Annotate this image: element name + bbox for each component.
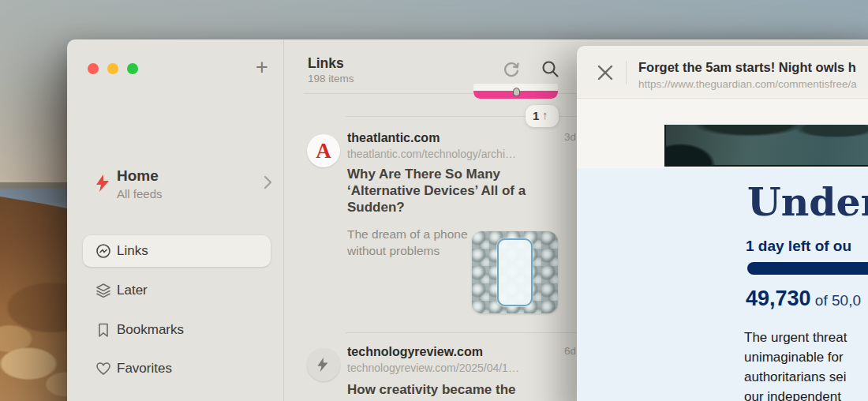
toolbar-divider xyxy=(626,61,627,84)
banner-body-text: The urgent threat unimaginable for autho… xyxy=(744,328,847,401)
item-title: How creativity became the xyxy=(347,381,567,398)
reader-article-url[interactable]: https://www.theguardian.com/commentisfre… xyxy=(638,78,868,90)
banner-deadline: 1 day left of ou xyxy=(746,238,851,255)
guardian-support-banner: Under p 1 day left of ou 49,730 of 50,0 … xyxy=(577,168,868,401)
lightning-bolt-icon xyxy=(94,174,111,196)
article-hero-image xyxy=(664,125,868,167)
reader-toolbar: Forget the 5am starts! Night owls h http… xyxy=(577,46,868,99)
body-line: unimaginable for xyxy=(744,347,847,367)
close-icon[interactable] xyxy=(596,63,615,82)
web-page-view[interactable]: Under p 1 day left of ou 49,730 of 50,0 … xyxy=(577,99,868,401)
article-list-pane: Links 198 items 1 ↑ A theatlantic.com 3d… xyxy=(284,39,578,401)
window-minimize-button[interactable] xyxy=(107,63,118,74)
unread-count: 1 xyxy=(533,109,539,122)
links-circle-wave-icon xyxy=(95,243,111,259)
amount-raised: 49,730 xyxy=(746,287,811,310)
item-summary: The dream of a phone without problems xyxy=(347,226,475,259)
item-thumbnail-bubblewrap xyxy=(472,231,558,313)
item-url: theatlantic.com/technology/archi… xyxy=(347,148,554,160)
scrolled-item-thumbnail[interactable] xyxy=(473,84,558,99)
feed-avatar-techreview xyxy=(307,348,340,381)
arrow-up-icon: ↑ xyxy=(542,108,548,122)
item-age: 6d xyxy=(564,345,576,357)
sidebar-item-links[interactable]: Links xyxy=(83,235,271,267)
phone-outline xyxy=(497,238,533,306)
lightning-bolt-icon xyxy=(316,356,330,373)
body-line: authoritarians sei xyxy=(744,367,847,387)
sidebar-item-label: Bookmarks xyxy=(117,322,184,338)
reader-article-title: Forget the 5am starts! Night owls h xyxy=(638,60,868,75)
sidebar-item-home[interactable]: Home All feeds xyxy=(83,166,271,207)
rss-reader-window: + Home All feeds Saved Links xyxy=(67,39,868,401)
item-title: Why Are There So Many ‘Alternative Devic… xyxy=(347,166,567,215)
reader-overlay: Forget the 5am starts! Night owls h http… xyxy=(577,46,868,401)
sidebar-item-later[interactable]: Later xyxy=(83,275,271,306)
sidebar-item-label: Later xyxy=(117,283,148,298)
search-icon[interactable] xyxy=(541,60,559,78)
home-subtitle: All feeds xyxy=(117,187,163,200)
list-item-count: 198 items xyxy=(308,73,354,84)
fundraising-amount: 49,730 of 50,0 xyxy=(746,287,861,311)
add-feed-button[interactable]: + xyxy=(251,56,273,78)
window-zoom-button[interactable] xyxy=(127,63,138,74)
bookmark-icon xyxy=(95,322,111,338)
window-close-button[interactable] xyxy=(88,63,99,74)
refresh-icon[interactable] xyxy=(502,60,521,79)
home-title: Home xyxy=(117,167,159,185)
list-title: Links xyxy=(308,55,344,72)
amount-goal: of 50,0 xyxy=(811,292,861,309)
feed-name: theatlantic.com xyxy=(347,131,440,145)
atlantic-a-glyph: A xyxy=(307,134,340,167)
body-line: The urgent threat xyxy=(744,328,847,347)
chevron-right-icon xyxy=(263,175,272,189)
feed-name: technologyreview.com xyxy=(347,345,483,359)
item-age: 3d xyxy=(564,131,576,143)
sidebar-item-bookmarks[interactable]: Bookmarks xyxy=(83,314,271,346)
unread-scroll-pill[interactable]: 1 ↑ xyxy=(526,105,559,127)
fundraising-progress-bar xyxy=(747,262,868,275)
layers-icon xyxy=(95,283,111,298)
banner-heading: Under p xyxy=(747,179,868,225)
sidebar-item-favorites[interactable]: Favorites xyxy=(83,353,271,384)
body-line: our independent xyxy=(744,387,847,401)
heart-icon xyxy=(95,361,111,377)
cover-emblem-icon xyxy=(513,88,520,96)
feed-avatar-atlantic: A xyxy=(307,134,340,167)
item-separator xyxy=(346,332,578,333)
sidebar: + Home All feeds Saved Links xyxy=(67,39,284,401)
item-url: technologyreview.com/2025/04/1… xyxy=(347,362,554,374)
sidebar-item-label: Links xyxy=(117,243,148,259)
sidebar-item-label: Favorites xyxy=(117,361,172,377)
